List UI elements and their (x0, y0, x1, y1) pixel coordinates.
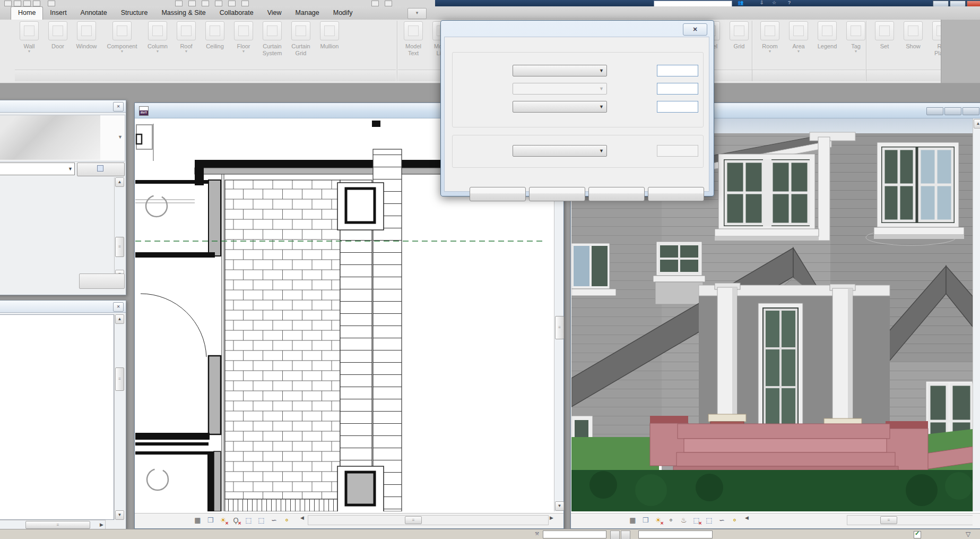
dropdown-arrow-icon[interactable]: ▼ (101, 50, 143, 53)
communication-icon[interactable]: ⇩ (760, 0, 764, 5)
top-combo[interactable]: ▼ (513, 65, 607, 76)
ribbon-tab[interactable]: Modify (326, 6, 360, 20)
view-control-icon[interactable]: ⬚ (244, 516, 253, 525)
ribbon-button[interactable]: Set ▼ (870, 20, 899, 53)
ribbon-button[interactable]: Legend ▼ (813, 20, 842, 53)
cut-plane-offset-field[interactable] (657, 83, 698, 95)
ribbon-tab[interactable]: Annotate (74, 6, 114, 20)
window-close-button[interactable] (962, 107, 979, 115)
cancel-button[interactable] (529, 187, 585, 201)
chevron-down-icon[interactable]: ▼ (599, 65, 604, 76)
scrollbar-thumb[interactable]: ≡ (555, 316, 564, 339)
edit-type-button[interactable] (77, 162, 125, 176)
window-minimize-button[interactable] (926, 107, 943, 115)
view-control-icon[interactable]: ❒ (206, 516, 215, 525)
ribbon-tab[interactable]: Structure (114, 6, 155, 20)
ribbon-button[interactable]: Ceiling ▼ (201, 20, 229, 53)
scrollbar-thumb[interactable]: ≡ (405, 516, 422, 524)
ribbon-button[interactable]: Room ▼ (756, 20, 784, 53)
chevron-down-icon[interactable]: ▼ (599, 146, 604, 156)
bottom-combo[interactable]: ▼ (513, 101, 607, 113)
aligned-dimension-icon[interactable] (175, 1, 183, 6)
section-icon[interactable] (228, 1, 236, 6)
type-selector[interactable]: ▼ (0, 162, 75, 175)
view-control-icon[interactable]: ⬚ (705, 516, 714, 525)
scrollbar-thumb[interactable]: ≡ (25, 521, 90, 529)
view-control-icon[interactable]: ☀ (654, 516, 663, 525)
ribbon-button[interactable]: Component ▼ (101, 20, 143, 53)
ribbon-tab[interactable]: Manage (289, 6, 326, 20)
3d-view-icon[interactable] (215, 1, 222, 6)
dropdown-arrow-icon[interactable]: ▼ (756, 50, 784, 53)
ribbon-button[interactable]: Door ▼ (44, 20, 72, 53)
scroll-right-icon[interactable]: ▶ (100, 522, 103, 527)
ribbon-display-toggle[interactable]: ▾ (407, 8, 427, 19)
apply-button[interactable] (79, 273, 125, 289)
build-panel-label[interactable] (15, 70, 396, 81)
undo-icon[interactable] (14, 1, 21, 6)
properties-palette[interactable]: ✕ ▼ ▼ ▲ ≡ ▼ (0, 100, 126, 295)
chevron-down-icon[interactable]: ▼ (599, 101, 604, 112)
view-control-icon[interactable]: ♨ (679, 516, 688, 525)
favorites-icon[interactable]: ☆ (772, 0, 776, 5)
top-offset-field[interactable] (657, 65, 698, 76)
help-button[interactable] (648, 187, 704, 201)
ribbon-tab[interactable]: View (261, 6, 289, 20)
view-control-icon[interactable]: ⬚ (692, 516, 701, 525)
chevron-down-icon[interactable]: ▼ (68, 163, 73, 175)
dropdown-arrow-icon[interactable]: ▼ (784, 50, 813, 53)
3d-horizontal-scrollbar[interactable]: ≡ (847, 515, 973, 525)
ribbon-button[interactable]: Column ▼ (143, 20, 172, 53)
ribbon-button[interactable]: CurtainSystem ▼ (258, 20, 287, 60)
scrollbar-thumb[interactable]: ≡ (115, 367, 124, 391)
filter-icon[interactable]: ▽ (966, 531, 970, 538)
ribbon-button[interactable]: Window ▼ (72, 20, 101, 53)
level-combo[interactable]: ▼ (513, 145, 607, 157)
save-icon[interactable] (4, 1, 12, 6)
view-control-icon[interactable]: ☀ (219, 516, 228, 525)
dropdown-arrow-icon[interactable]: ▼ (143, 50, 172, 53)
ribbon-button[interactable]: Show ▼ (899, 20, 927, 53)
ribbon-button[interactable]: Area ▼ (784, 20, 813, 53)
scroll-down-icon[interactable]: ▼ (555, 501, 564, 511)
active-workset-select[interactable] (543, 531, 606, 538)
properties-scrollbar[interactable]: ▲ ≡ ▼ (114, 177, 124, 279)
ribbon-button[interactable]: Roof ▼ (172, 20, 201, 53)
ribbon-button[interactable]: CurtainGrid ▼ (287, 20, 315, 60)
palette-close-icon[interactable]: ✕ (113, 102, 124, 112)
view-control-icon[interactable]: ⚬ (282, 516, 291, 525)
close-hidden-icon[interactable] (385, 1, 392, 6)
floor-plan-horizontal-scrollbar[interactable]: ≡ (308, 515, 549, 525)
subscription-icon[interactable]: 👥 (738, 0, 743, 5)
ribbon-tab[interactable]: Home (11, 6, 43, 20)
dropdown-arrow-icon[interactable]: ▼ (229, 50, 258, 53)
dialog-close-button[interactable]: ✕ (683, 23, 707, 36)
ribbon-tab[interactable]: Massing & Site (154, 6, 212, 20)
view-control-icon[interactable]: ⚬ (666, 516, 675, 525)
ribbon-button[interactable]: Mullion ▼ (315, 20, 344, 53)
ribbon-tab[interactable]: Collaborate (213, 6, 261, 20)
ribbon-button[interactable]: Floor ▼ (229, 20, 258, 53)
project-browser-palette[interactable]: ✕ ▲ ≡ ▼ ≡ ▶ (0, 300, 126, 529)
redo-icon[interactable] (23, 1, 31, 6)
scrollbar-thumb[interactable]: ≡ (115, 237, 124, 257)
type-preview[interactable]: ▼ (0, 115, 125, 161)
properties-palette-title[interactable] (0, 100, 126, 113)
ribbon-button[interactable]: Grid ▼ (725, 20, 753, 53)
window-restore-button[interactable] (944, 107, 961, 115)
dropdown-arrow-icon[interactable]: ▼ (15, 50, 44, 53)
worksets-icon[interactable]: ⚒ (535, 531, 539, 536)
palette-close-icon[interactable]: ✕ (113, 302, 124, 312)
room-area-panel-label[interactable] (752, 70, 865, 81)
view-control-icon[interactable]: ⬚ (257, 516, 266, 525)
scroll-up-icon[interactable]: ▲ (974, 119, 980, 129)
apply-button[interactable] (588, 187, 645, 201)
bottom-offset-field[interactable] (657, 101, 698, 113)
scroll-right-icon[interactable]: ▶ (550, 515, 553, 520)
measure-icon[interactable] (48, 1, 55, 6)
ok-button[interactable] (470, 187, 526, 201)
worksets-button[interactable] (610, 531, 620, 539)
ribbon-button[interactable]: Wall ▼ (15, 20, 44, 53)
view-control-icon[interactable]: ❒ (641, 516, 650, 525)
view-control-icon[interactable]: ▦ (628, 516, 637, 525)
